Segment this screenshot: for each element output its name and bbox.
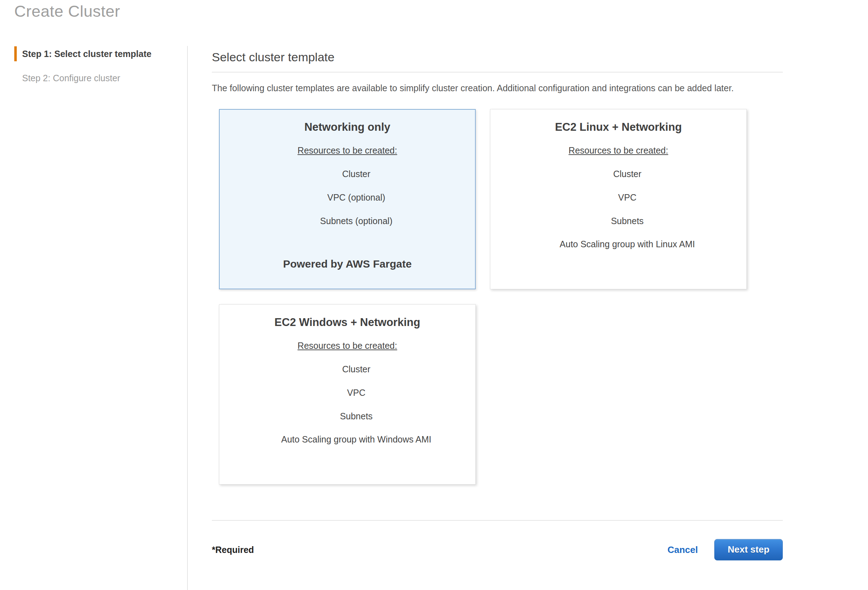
- resource-item: Subnets: [237, 411, 475, 421]
- next-step-button[interactable]: Next step: [714, 539, 783, 561]
- sidebar-step-1-select-cluster-template[interactable]: Step 1: Select cluster template: [14, 46, 182, 61]
- template-card-networking-only[interactable]: Networking only Resources to be created:…: [219, 109, 476, 289]
- wizard-steps-sidebar: Step 1: Select cluster template Step 2: …: [14, 46, 182, 95]
- card-resources-heading: Resources to be created:: [297, 341, 397, 351]
- resource-item: Cluster: [238, 169, 475, 179]
- card-resources-list: Cluster VPC Subnets Auto Scaling group w…: [219, 351, 475, 444]
- cancel-link[interactable]: Cancel: [667, 544, 698, 555]
- resource-item: VPC: [508, 193, 746, 203]
- card-resources-list: Cluster VPC Subnets Auto Scaling group w…: [490, 156, 746, 249]
- footer-actions: Cancel Next step: [667, 539, 783, 561]
- main-content: Select cluster template The following cl…: [212, 49, 783, 561]
- resource-item: Subnets: [508, 216, 746, 226]
- resource-item: Cluster: [508, 169, 746, 179]
- resource-item: Auto Scaling group with Linux AMI: [508, 239, 746, 249]
- sidebar-step-2-configure-cluster[interactable]: Step 2: Configure cluster: [14, 71, 182, 85]
- card-title: EC2 Linux + Networking: [555, 121, 682, 134]
- resource-item: Auto Scaling group with Windows AMI: [237, 434, 475, 444]
- template-card-ec2-windows-networking[interactable]: EC2 Windows + Networking Resources to be…: [219, 304, 476, 484]
- resource-item: Cluster: [237, 364, 475, 374]
- cluster-template-cards: Networking only Resources to be created:…: [219, 109, 783, 484]
- heading-divider: [212, 72, 783, 72]
- card-resources-heading: Resources to be created:: [297, 146, 397, 156]
- page-title: Create Cluster: [14, 2, 120, 21]
- resource-item: VPC (optional): [238, 193, 475, 203]
- card-resources-heading: Resources to be created:: [568, 146, 668, 156]
- section-description: The following cluster templates are avai…: [212, 80, 743, 96]
- required-note: *Required: [212, 545, 254, 555]
- sidebar-content-divider: [187, 46, 187, 590]
- section-heading: Select cluster template: [212, 49, 783, 65]
- resource-item: Subnets (optional): [238, 216, 475, 226]
- card-title: EC2 Windows + Networking: [275, 316, 421, 329]
- resource-item: VPC: [237, 388, 475, 398]
- card-title: Networking only: [304, 121, 390, 134]
- template-card-ec2-linux-networking[interactable]: EC2 Linux + Networking Resources to be c…: [490, 109, 747, 289]
- card-footer-label: Powered by AWS Fargate: [283, 258, 412, 270]
- footer-divider: [212, 520, 783, 521]
- wizard-footer: *Required Cancel Next step: [212, 539, 783, 561]
- card-resources-list: Cluster VPC (optional) Subnets (optional…: [220, 156, 475, 226]
